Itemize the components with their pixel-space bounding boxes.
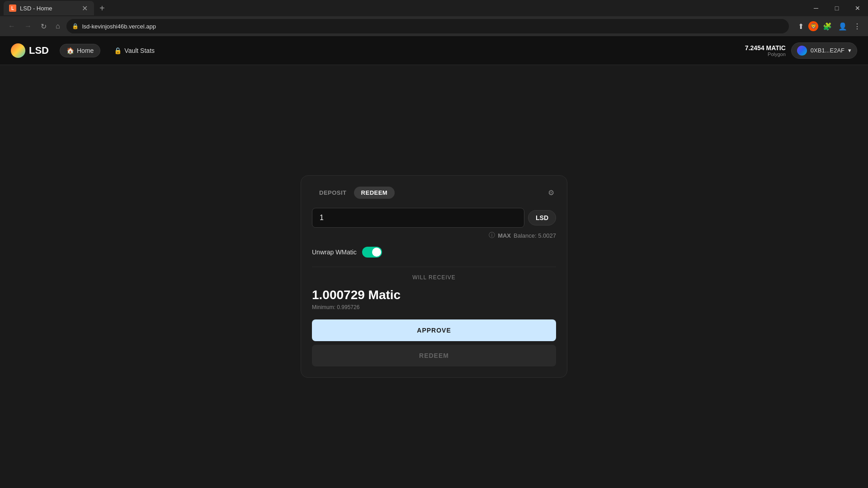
tab-close-button[interactable]: ✕ <box>81 3 89 14</box>
lock-icon: 🔒 <box>72 23 79 29</box>
unwrap-toggle[interactable] <box>362 247 382 258</box>
header-right: 7.2454 MATIC Polygon 0XB1...E2AF ▾ <box>745 42 857 59</box>
tabs-row: DEPOSIT REDEEM ⚙ <box>312 187 556 199</box>
extensions-button[interactable]: 🧩 <box>821 20 834 33</box>
nav-vault-link[interactable]: 🔒 Vault Stats <box>108 44 161 57</box>
receive-amount: 1.000729 Matic <box>312 288 556 302</box>
toggle-thumb <box>372 248 381 257</box>
token-badge[interactable]: LSD <box>528 210 556 225</box>
active-tab[interactable]: L LSD - Home ✕ <box>4 1 94 15</box>
main-content: DEPOSIT REDEEM ⚙ LSD ⓘ MAX Balance: 5.00… <box>0 65 868 488</box>
info-icon[interactable]: ⓘ <box>489 231 495 239</box>
menu-button[interactable]: ⋮ <box>852 20 863 33</box>
forward-button[interactable]: → <box>22 20 34 32</box>
redeem-button: REDEEM <box>312 345 556 366</box>
url-text: lsd-kevinjoshi46b.vercel.app <box>82 23 783 30</box>
logo-container: LSD <box>11 43 49 58</box>
logo-icon <box>11 43 25 58</box>
window-maximize-button[interactable]: □ <box>826 0 847 16</box>
profile-button[interactable]: 👤 <box>836 20 849 33</box>
window-close-button[interactable]: ✕ <box>847 0 868 16</box>
balance-row: ⓘ MAX Balance: 5.0027 <box>312 231 556 239</box>
brave-shield-icon[interactable]: 🦁 <box>808 21 818 31</box>
tab-title: LSD - Home <box>20 5 77 12</box>
matic-network: Polygon <box>745 52 786 57</box>
vault-icon: 🔒 <box>114 47 122 54</box>
wallet-address: 0XB1...E2AF <box>811 47 844 54</box>
receive-minimum: Minimum: 0.995726 <box>312 304 556 310</box>
nav-home-link[interactable]: 🏠 Home <box>60 44 100 57</box>
divider <box>312 267 556 267</box>
home-button[interactable]: ⌂ <box>53 20 63 32</box>
reload-button[interactable]: ↻ <box>38 20 49 33</box>
wallet-button[interactable]: 0XB1...E2AF ▾ <box>791 42 857 59</box>
wallet-avatar <box>797 46 807 56</box>
amount-input[interactable] <box>312 208 524 228</box>
matic-info: 7.2454 MATIC Polygon <box>745 44 786 57</box>
card: DEPOSIT REDEEM ⚙ LSD ⓘ MAX Balance: 5.00… <box>301 175 567 378</box>
balance-text: Balance: 5.0027 <box>514 232 556 239</box>
max-button[interactable]: MAX <box>498 232 511 239</box>
redeem-tab[interactable]: REDEEM <box>354 187 395 199</box>
will-receive-label: WILL RECEIVE <box>312 274 556 281</box>
chevron-down-icon: ▾ <box>848 47 851 54</box>
back-button[interactable]: ← <box>5 20 18 32</box>
window-minimize-button[interactable]: ─ <box>806 0 826 16</box>
nav-vault-label: Vault Stats <box>124 47 155 54</box>
address-bar[interactable]: 🔒 lsd-kevinjoshi46b.vercel.app <box>66 19 789 33</box>
home-icon: 🏠 <box>66 47 74 54</box>
input-row: LSD <box>312 208 556 228</box>
matic-amount: 7.2454 MATIC <box>745 44 786 52</box>
nav-home-label: Home <box>77 47 94 54</box>
settings-button[interactable]: ⚙ <box>546 187 556 199</box>
share-button[interactable]: ⬆ <box>796 20 806 33</box>
app-header: LSD 🏠 Home 🔒 Vault Stats 7.2454 MATIC Po… <box>0 36 868 65</box>
new-tab-button[interactable]: + <box>96 3 108 14</box>
approve-button[interactable]: APPROVE <box>312 319 556 341</box>
unwrap-label: Unwrap WMatic <box>312 249 357 256</box>
toggle-row: Unwrap WMatic <box>312 247 556 258</box>
logo-text: LSD <box>29 45 49 56</box>
deposit-tab[interactable]: DEPOSIT <box>312 187 354 199</box>
tab-favicon: L <box>9 5 16 12</box>
